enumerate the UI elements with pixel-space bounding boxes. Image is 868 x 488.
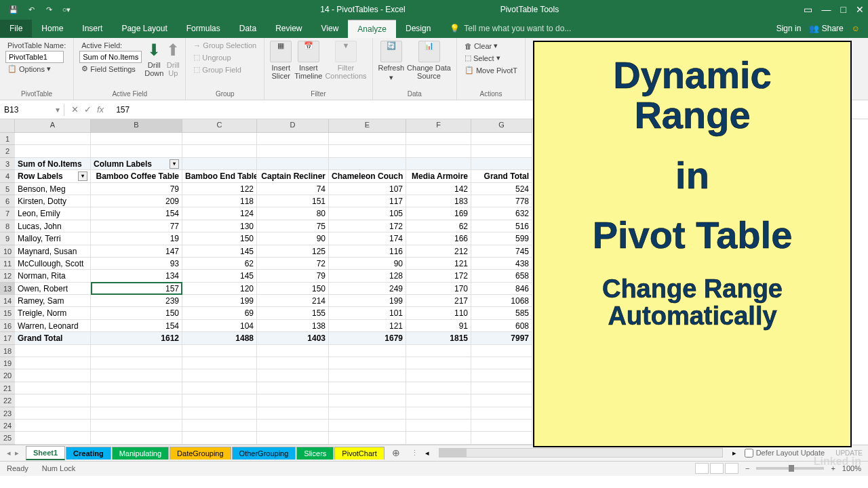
cell[interactable] <box>257 420 329 432</box>
row-header[interactable]: 8 <box>0 220 15 232</box>
cell[interactable]: Benson, Meg <box>15 183 91 195</box>
cell[interactable] <box>182 369 257 382</box>
field-settings-button[interactable]: ⚙ Field Settings <box>79 64 142 74</box>
row-header[interactable]: 18 <box>0 345 15 357</box>
cell[interactable] <box>471 420 532 432</box>
column-filter-icon[interactable]: ▾ <box>170 159 179 169</box>
cell[interactable] <box>406 357 471 369</box>
insert-slicer-button[interactable]: ▦Insert Slicer <box>270 41 292 80</box>
cell[interactable]: 1815 <box>406 332 471 344</box>
cell[interactable] <box>257 133 329 145</box>
cell[interactable] <box>182 357 257 369</box>
cell[interactable] <box>15 145 91 157</box>
cell[interactable]: 90 <box>257 232 329 245</box>
cell[interactable] <box>471 345 532 357</box>
cell[interactable] <box>257 145 329 157</box>
cell[interactable]: 101 <box>329 307 406 319</box>
cell[interactable]: 150 <box>257 283 329 295</box>
row-header[interactable]: 14 <box>0 295 15 307</box>
cell[interactable]: Treigle, Norm <box>15 307 91 319</box>
tab-insert[interactable]: Insert <box>73 20 112 37</box>
sheet-tab-creating[interactable]: Creating <box>66 447 111 460</box>
col-header-f[interactable]: F <box>406 119 471 132</box>
sheet-tab-othergrouping[interactable]: OtherGrouping <box>232 447 296 460</box>
cell[interactable]: 145 <box>182 270 257 282</box>
cell[interactable]: 150 <box>91 307 182 319</box>
cell[interactable]: Ramey, Sam <box>15 295 91 307</box>
cell[interactable]: 117 <box>329 195 406 207</box>
cell[interactable] <box>15 382 91 394</box>
cell[interactable]: 110 <box>406 307 471 319</box>
col-header-d[interactable]: D <box>257 119 329 132</box>
cell[interactable]: 1612 <box>91 332 182 344</box>
cell[interactable] <box>15 369 91 382</box>
cell[interactable] <box>406 345 471 357</box>
cell[interactable]: 172 <box>329 220 406 232</box>
cell[interactable]: 90 <box>329 258 406 270</box>
cell[interactable] <box>329 158 406 170</box>
cell[interactable]: 157 <box>91 283 182 295</box>
close-icon[interactable]: ✕ <box>856 4 864 15</box>
fx-icon[interactable]: fx <box>97 104 104 115</box>
row-filter-icon[interactable]: ▾ <box>78 171 87 181</box>
cell[interactable] <box>471 432 532 444</box>
cell[interactable]: 212 <box>406 245 471 258</box>
cell[interactable] <box>182 345 257 357</box>
view-pagelayout-icon[interactable] <box>710 463 724 474</box>
cell[interactable] <box>182 382 257 394</box>
cell[interactable] <box>406 133 471 145</box>
cell[interactable]: 745 <box>471 245 532 258</box>
row-header[interactable]: 12 <box>0 270 15 282</box>
cell[interactable]: 150 <box>182 232 257 245</box>
cell[interactable] <box>329 382 406 394</box>
name-box[interactable]: ▾ <box>0 104 64 116</box>
tab-file[interactable]: File <box>0 20 32 37</box>
cell[interactable] <box>91 394 182 407</box>
cell[interactable] <box>329 369 406 382</box>
cell[interactable]: 147 <box>91 245 182 258</box>
row-header[interactable]: 15 <box>0 307 15 319</box>
tab-review[interactable]: Review <box>266 20 311 37</box>
cell[interactable] <box>329 407 406 420</box>
cell[interactable]: 72 <box>257 258 329 270</box>
tab-design[interactable]: Design <box>396 20 440 37</box>
cell[interactable] <box>257 158 329 170</box>
cell[interactable]: 585 <box>471 307 532 319</box>
cell[interactable]: McCullough, Scott <box>15 258 91 270</box>
cell[interactable] <box>329 394 406 407</box>
sheet-tab-sheet1[interactable]: Sheet1 <box>26 446 65 460</box>
cell[interactable]: 1403 <box>257 332 329 344</box>
cell[interactable]: 658 <box>471 270 532 282</box>
cell[interactable]: Grand Total <box>15 332 91 344</box>
cell[interactable] <box>471 357 532 369</box>
cell[interactable]: 124 <box>182 207 257 220</box>
tab-page-layout[interactable]: Page Layout <box>112 20 176 37</box>
cell[interactable]: 80 <box>257 207 329 220</box>
cell[interactable] <box>329 432 406 444</box>
row-header[interactable]: 16 <box>0 320 15 332</box>
col-header-b[interactable]: B <box>91 119 182 132</box>
cell[interactable] <box>471 369 532 382</box>
col-header-g[interactable]: G <box>471 119 532 132</box>
touch-mode-icon[interactable]: ○▾ <box>61 4 72 15</box>
row-header[interactable]: 17 <box>0 332 15 344</box>
cell[interactable]: 599 <box>471 232 532 245</box>
view-normal-icon[interactable] <box>695 463 709 474</box>
cell[interactable]: 145 <box>182 245 257 258</box>
cell[interactable] <box>257 345 329 357</box>
cell[interactable]: 170 <box>406 283 471 295</box>
cell[interactable] <box>257 432 329 444</box>
smiley-icon[interactable]: ☺ <box>852 24 860 33</box>
enter-icon[interactable]: ✓ <box>84 104 92 115</box>
cell[interactable] <box>15 394 91 407</box>
cell[interactable]: 93 <box>91 258 182 270</box>
cell[interactable] <box>182 394 257 407</box>
insert-timeline-button[interactable]: 📅Insert Timeline <box>294 41 322 80</box>
cell[interactable] <box>182 133 257 145</box>
cell[interactable]: Warren, Leonard <box>15 320 91 332</box>
cell[interactable]: 249 <box>329 283 406 295</box>
cell[interactable]: 77 <box>91 220 182 232</box>
cell[interactable]: 778 <box>471 195 532 207</box>
refresh-button[interactable]: 🔄Refresh▾ <box>378 41 405 82</box>
cell[interactable]: Norman, Rita <box>15 270 91 282</box>
